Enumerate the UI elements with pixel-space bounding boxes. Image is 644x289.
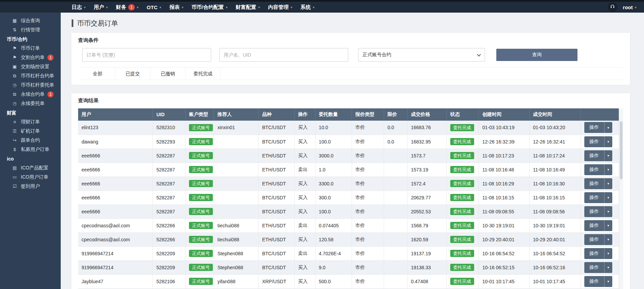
- notification-badge: 1: [47, 91, 54, 97]
- topbar-menu-item[interactable]: 币币/合约配置▾: [188, 2, 232, 13]
- search-button[interactable]: 查询: [496, 49, 577, 61]
- sidebar-item[interactable]: ▣交割场控设置: [0, 62, 61, 71]
- cell-symbol: XRP/USDT: [259, 274, 294, 288]
- row-action-button[interactable]: 操作▾: [584, 150, 612, 161]
- cell-price: 16832.95: [407, 135, 447, 149]
- sidebar-item[interactable]: ↪跟单合约: [0, 136, 61, 145]
- column-header: 品种: [259, 108, 294, 121]
- sidebar-item[interactable]: ⚑交割合约单1: [0, 53, 61, 62]
- query-panel: 查询条件 正式账号合约 查询 全部已提交已撤销委托完成: [71, 32, 630, 85]
- user-menu[interactable]: root ▾: [623, 4, 636, 10]
- row-action-button[interactable]: 操作▾: [584, 276, 612, 287]
- topbar-menu-item[interactable]: 财富配置▾: [232, 2, 264, 13]
- results-panel: 查询结果 用户UID账户类型推荐人品种操作委托数量报价类型限价成交价格状态创建时…: [71, 93, 630, 289]
- row-action-label: 操作: [584, 178, 604, 189]
- cell-status: 委托完成: [447, 246, 479, 260]
- cell-created: 10-16 06:54:52: [479, 246, 529, 260]
- topbar-menu-item[interactable]: 日志▾: [68, 2, 90, 13]
- table-row: eee66665282287正式账号BTC/USDT买入300.0市价20629…: [78, 191, 623, 204]
- table-row: eee66665282287正式账号BTC/USDT买入100.0市价20552…: [78, 204, 623, 218]
- column-header: 创建时间: [479, 108, 529, 121]
- column-header: 成交价格: [407, 108, 447, 121]
- orders-table: 用户UID账户类型推荐人品种操作委托数量报价类型限价成交价格状态创建时间成交时间…: [78, 108, 623, 289]
- column-header: 推荐人: [214, 108, 259, 121]
- table-scrollbar-thumb[interactable]: [620, 121, 623, 179]
- sidebar-item[interactable]: ▦综合查询: [0, 16, 61, 25]
- cell-user: eee6666: [78, 191, 153, 204]
- row-action-button[interactable]: 操作▾: [584, 262, 612, 273]
- cell-account: 正式账号: [186, 135, 214, 149]
- sidebar-item[interactable]: ☑签到用户: [0, 182, 61, 191]
- sidebar-item[interactable]: ⧉币币杠杆合约单: [0, 71, 61, 80]
- filter-tab[interactable]: 委托完成: [186, 67, 221, 80]
- row-action-button[interactable]: 操作▾: [584, 192, 612, 203]
- topbar: 日志▾用户▾财务1▾OTC▾报表▾币币/合约配置▾财富配置▾内容管理▾系统▾ r…: [0, 2, 644, 13]
- table-scrollbar[interactable]: [619, 108, 623, 289]
- user-search-input[interactable]: [219, 48, 348, 62]
- sidebar-item[interactable]: ◷币币杠杆委托单: [0, 80, 61, 90]
- cell-created: 11-08 10:16:15: [479, 191, 529, 204]
- cell-account: 正式账号: [186, 246, 214, 260]
- sidebar-item[interactable]: ⧉永续合约单1: [0, 90, 61, 99]
- cell-limit: 0.0: [384, 135, 407, 149]
- sidebar-item-label: 理财订单: [21, 119, 40, 125]
- filter-tab[interactable]: 已撤销: [150, 67, 186, 80]
- row-action-button[interactable]: 操作▾: [584, 220, 612, 231]
- sidebar-item[interactable]: ⇅行情管理: [0, 25, 61, 34]
- chevron-down-icon: ▾: [291, 5, 292, 9]
- cell-amount: 100.0: [315, 204, 352, 218]
- topbar-menu-item[interactable]: 报表▾: [165, 2, 188, 13]
- row-action-button[interactable]: 操作▾: [584, 248, 612, 259]
- cell-actions: 操作▾: [581, 274, 623, 288]
- doc-icon: ▣: [12, 64, 18, 69]
- cell-uid: 5282287: [153, 163, 186, 177]
- cell-price: 16683.76: [407, 121, 447, 135]
- cell-price: 1620.59: [407, 232, 447, 246]
- cell-referrer: tiechui088: [214, 218, 259, 232]
- sidebar-item[interactable]: ¤理财订单: [0, 117, 61, 126]
- flag-icon: ⚑: [12, 46, 18, 51]
- cell-created: 11-08 10:17:23: [479, 149, 529, 163]
- sidebar-item[interactable]: $私募用户订单: [0, 145, 61, 154]
- sidebar-item[interactable]: ☰矿机订单: [0, 126, 61, 136]
- row-action-button[interactable]: 操作▾: [584, 164, 612, 175]
- cell-status: 委托完成: [447, 274, 479, 288]
- topbar-menu-label: 报表: [170, 4, 180, 11]
- row-action-button[interactable]: 操作▾: [584, 234, 612, 245]
- sidebar-item-label: 跟单合约: [21, 137, 40, 143]
- topbar-menu-item[interactable]: 用户▾: [90, 2, 112, 13]
- sidebar-item[interactable]: ▤ICO产品配置: [0, 163, 61, 172]
- order-id-input[interactable]: [82, 48, 211, 62]
- topbar-menu-item[interactable]: 系统▾: [296, 2, 319, 13]
- cell-account: 正式账号: [186, 149, 214, 163]
- row-action-button[interactable]: 操作▾: [584, 122, 612, 133]
- chevron-down-icon: ▾: [258, 5, 260, 9]
- table-row: cpecodmass@aol.com5282266正式账号tiechui088E…: [78, 218, 623, 232]
- row-action-button[interactable]: 操作▾: [584, 178, 612, 189]
- topbar-menu-item[interactable]: 内容管理▾: [264, 2, 296, 13]
- message-button[interactable]: [608, 2, 617, 12]
- row-action-button[interactable]: 操作▾: [584, 206, 612, 217]
- cell-actions: 操作▾: [581, 246, 623, 260]
- cell-limit: [384, 177, 407, 191]
- column-header: 限价: [384, 108, 407, 121]
- cell-quote: 市价: [352, 274, 384, 288]
- account-type-selected: 正式账号合约: [363, 52, 391, 58]
- sidebar-item[interactable]: ▭ICO用户订单: [0, 172, 61, 182]
- topbar-menu-item[interactable]: OTC▾: [143, 2, 165, 13]
- cell-amount: 3300.0: [315, 177, 352, 191]
- filter-tab[interactable]: 已提交: [115, 67, 150, 80]
- row-action-label: 操作: [584, 150, 604, 161]
- cell-amount: 300.0: [315, 191, 352, 204]
- filter-tab[interactable]: 全部: [80, 67, 115, 80]
- sidebar-item[interactable]: ⚑币币订单: [0, 44, 61, 53]
- sidebar-section-header: ico: [0, 155, 61, 163]
- cell-filled: 11-08 10:16:30: [529, 177, 581, 191]
- cell-status: 委托完成: [447, 121, 479, 135]
- account-type-select[interactable]: 正式账号合约: [358, 48, 485, 62]
- topbar-menu-item[interactable]: 财务1▾: [112, 2, 143, 13]
- row-action-button[interactable]: 操作▾: [584, 136, 612, 147]
- cell-actions: 操作▾: [581, 204, 623, 218]
- table-row: 9199669472145282209正式账号Stephen088BTC/USD…: [78, 260, 623, 274]
- sidebar-item[interactable]: ◷永续委托单: [0, 99, 61, 108]
